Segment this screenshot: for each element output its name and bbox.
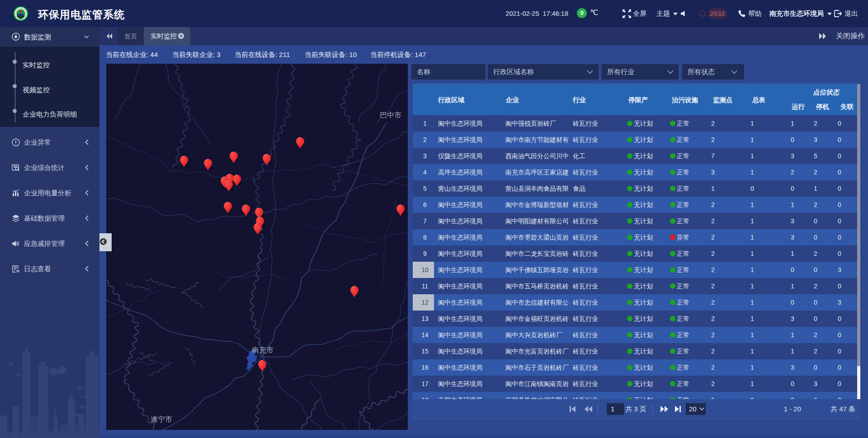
svg-text:遂宁市: 遂宁市 bbox=[151, 415, 172, 423]
svg-text:南充市: 南充市 bbox=[252, 346, 274, 354]
svg-text:巴中市: 巴中市 bbox=[380, 111, 401, 119]
